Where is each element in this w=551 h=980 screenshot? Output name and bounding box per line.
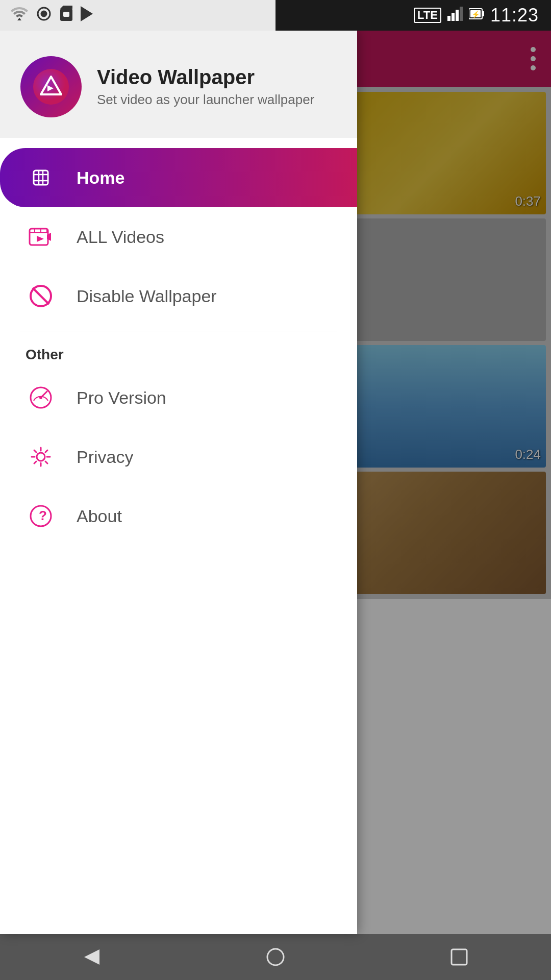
svg-rect-11	[482, 11, 484, 16]
svg-rect-17	[34, 170, 48, 185]
privacy-icon	[26, 442, 56, 472]
play-icon	[81, 6, 93, 25]
sidebar-item-pro-version[interactable]: Pro Version	[0, 368, 357, 427]
sidebar-item-all-videos[interactable]: ALL Videos	[0, 207, 357, 266]
main-layout: 0:30 0:37 0:30 1:48 0:24	[0, 31, 551, 934]
sim-icon	[59, 6, 73, 26]
svg-marker-44	[84, 949, 99, 965]
sidebar-item-disable-wallpaper[interactable]: Disable Wallpaper	[0, 266, 357, 326]
about-label: About	[77, 506, 122, 526]
privacy-label: Privacy	[77, 447, 133, 467]
home-label: Home	[77, 168, 124, 188]
circle-icon	[36, 6, 52, 26]
svg-marker-27	[37, 236, 44, 242]
svg-point-14	[33, 69, 69, 105]
status-bar-right: LTE ⚡ 11:23	[276, 0, 551, 31]
svg-rect-8	[456, 10, 459, 21]
home-icon	[26, 162, 56, 193]
svg-point-33	[37, 453, 45, 461]
svg-line-40	[45, 450, 47, 452]
svg-line-41	[34, 461, 36, 463]
svg-rect-46	[452, 949, 467, 965]
videos-icon	[26, 222, 56, 252]
app-logo	[20, 56, 82, 117]
lte-badge: LTE	[414, 8, 441, 23]
status-bar-left	[0, 0, 276, 31]
wifi-icon	[10, 7, 29, 24]
app-title-block: Video Wallpaper Set video as your launch…	[97, 66, 314, 108]
pro-icon	[26, 382, 56, 413]
svg-text:⚡: ⚡	[471, 10, 481, 19]
drawer-header: Video Wallpaper Set video as your launch…	[0, 31, 357, 138]
home-button[interactable]	[260, 942, 291, 972]
sidebar-item-home[interactable]: Home	[0, 148, 357, 207]
svg-marker-3	[60, 6, 72, 9]
sidebar-item-privacy[interactable]: Privacy	[0, 427, 357, 486]
about-icon: ?	[26, 501, 56, 531]
svg-rect-4	[63, 12, 69, 17]
disable-wallpaper-label: Disable Wallpaper	[77, 286, 217, 306]
svg-text:?: ?	[39, 508, 47, 523]
svg-marker-5	[81, 6, 93, 21]
signal-icon	[447, 7, 463, 24]
svg-rect-9	[460, 7, 463, 21]
app-subtitle: Set video as your launcher wallpaper	[97, 92, 314, 108]
bottom-nav-bar	[0, 934, 551, 980]
app-title: Video Wallpaper	[97, 66, 314, 89]
svg-point-1	[41, 11, 46, 16]
svg-point-45	[267, 949, 284, 965]
back-button[interactable]	[77, 942, 107, 972]
disable-icon	[26, 281, 56, 311]
svg-rect-6	[447, 16, 450, 21]
status-time: 11:23	[490, 5, 539, 26]
status-bar: LTE ⚡ 11:23	[0, 0, 551, 31]
all-videos-label: ALL Videos	[77, 227, 164, 247]
section-divider	[20, 331, 337, 331]
svg-rect-7	[452, 13, 455, 21]
navigation-drawer: Video Wallpaper Set video as your launch…	[0, 31, 357, 934]
svg-line-39	[45, 461, 47, 463]
svg-line-29	[33, 288, 49, 304]
battery-icon: ⚡	[469, 7, 484, 24]
pro-version-label: Pro Version	[77, 388, 166, 408]
recents-button[interactable]	[444, 942, 474, 972]
drawer-nav: Home ALL Videos	[0, 138, 357, 934]
svg-line-38	[34, 450, 36, 452]
sidebar-item-about[interactable]: ? About	[0, 486, 357, 546]
other-section-label: Other	[0, 336, 357, 368]
